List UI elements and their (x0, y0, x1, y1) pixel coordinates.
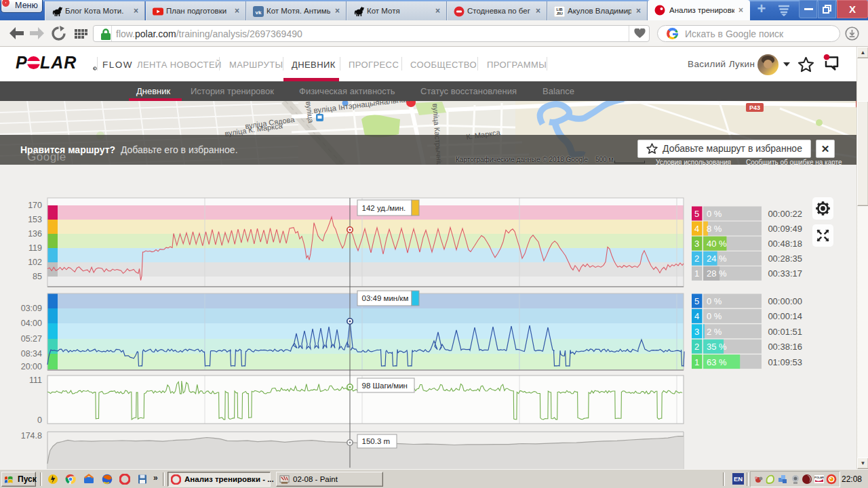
svg-text:0 %: 0 % (707, 311, 722, 321)
svg-text:170: 170 (28, 201, 42, 210)
svg-text:8 %: 8 % (707, 224, 722, 234)
svg-text:142 уд./мин.: 142 уд./мин. (362, 204, 406, 212)
svg-text:00:48:18: 00:48:18 (768, 239, 802, 249)
svg-text:P: P (16, 54, 28, 72)
svg-text:00:28:35: 00:28:35 (768, 253, 802, 264)
svg-text:20:00: 20:00 (21, 362, 42, 371)
svg-text:2 %: 2 % (707, 327, 722, 337)
svg-text:08:34: 08:34 (21, 349, 42, 359)
svg-text:00:00:14: 00:00:14 (768, 311, 802, 321)
svg-text:04:00: 04:00 (21, 319, 42, 328)
svg-text:POLAR: POLAR (814, 476, 824, 479)
svg-text:Р43: Р43 (749, 104, 760, 111)
svg-text:3: 3 (694, 239, 699, 249)
svg-text:35 %: 35 % (707, 342, 727, 352)
svg-text:1: 1 (694, 357, 699, 367)
svg-text:4: 4 (694, 224, 699, 234)
svg-text:4: 4 (694, 311, 699, 321)
svg-text:00:38:16: 00:38:16 (768, 342, 802, 352)
svg-text:00:33:17: 00:33:17 (768, 268, 802, 279)
svg-text:00:00:00: 00:00:00 (768, 296, 802, 306)
svg-text:05:27: 05:27 (21, 334, 42, 344)
svg-text:28 %: 28 % (707, 268, 727, 279)
svg-text:0: 0 (37, 415, 42, 425)
svg-text:0 %: 0 % (707, 209, 722, 219)
svg-text:98 Шаги/мин: 98 Шаги/мин (362, 382, 408, 390)
svg-text:1: 1 (694, 268, 699, 279)
svg-text:0 %: 0 % (707, 296, 722, 306)
svg-text:3: 3 (694, 327, 699, 337)
svg-text:24 %: 24 % (707, 253, 727, 264)
svg-text:111: 111 (29, 375, 42, 385)
svg-text:119: 119 (28, 243, 42, 253)
svg-text:2: 2 (694, 342, 699, 352)
svg-text:LAR: LAR (40, 54, 77, 72)
svg-text:5: 5 (694, 209, 699, 219)
svg-text:174.8: 174.8 (21, 431, 42, 441)
svg-text:00:00:22: 00:00:22 (768, 209, 802, 219)
svg-text:03:09: 03:09 (21, 304, 42, 313)
svg-text:03:49 мин/км: 03:49 мин/км (362, 294, 409, 302)
svg-text:102: 102 (28, 258, 42, 267)
svg-text:85: 85 (33, 272, 42, 281)
svg-text:63 %: 63 % (707, 357, 727, 367)
svg-text:00:09:49: 00:09:49 (768, 224, 802, 234)
svg-text:vk: vk (256, 9, 262, 16)
svg-text:40 %: 40 % (707, 239, 727, 249)
svg-text:00:01:51: 00:01:51 (768, 327, 802, 337)
svg-text:5: 5 (694, 296, 699, 306)
svg-text:150.3 m: 150.3 m (362, 437, 391, 445)
svg-text:2: 2 (694, 253, 699, 264)
svg-text:01:09:53: 01:09:53 (768, 357, 802, 367)
svg-text:.RU: .RU (556, 12, 563, 16)
svg-text:153: 153 (28, 215, 42, 224)
svg-text:136: 136 (28, 229, 42, 239)
